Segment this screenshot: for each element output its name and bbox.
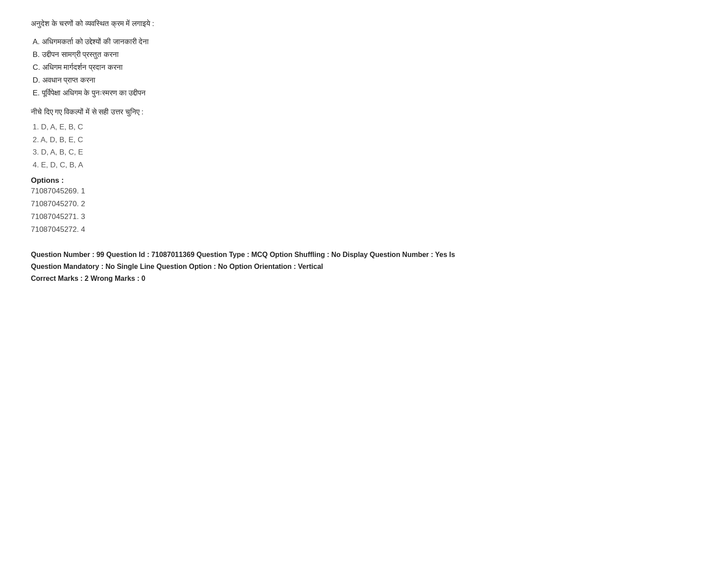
answer-option: 4. E, D, C, B, A [33, 159, 697, 172]
options-label: Options : [31, 176, 697, 185]
question-item: A. अधिगमकर्ता को उद्देश्यों की जानकारी द… [33, 36, 697, 49]
answer-option: 1. D, A, E, B, C [33, 121, 697, 134]
question-item: C. अधिगम मार्गदर्शन प्रदान करना [33, 61, 697, 74]
answer-option: 3. D, A, B, C, E [33, 146, 697, 159]
option-code: 71087045271. 3 [31, 211, 697, 223]
options-section: Options : 71087045269. 171087045270. 271… [31, 176, 697, 236]
answer-options-list: 1. D, A, E, B, C2. A, D, B, E, C3. D, A,… [33, 121, 697, 172]
option-code: 71087045270. 2 [31, 198, 697, 211]
question-item: B. उद्दीपन सामग्री प्रस्तुत करना [33, 49, 697, 61]
option-codes-list: 71087045269. 171087045270. 271087045271.… [31, 185, 697, 236]
sub-instruction: नीचे दिए गए विकल्पों में से सही उत्तर चु… [31, 108, 697, 117]
meta-line2: Question Mandatory : No Single Line Ques… [31, 261, 697, 272]
question-items: A. अधिगमकर्ता को उद्देश्यों की जानकारी द… [31, 36, 697, 99]
meta-section: Question Number : 99 Question Id : 71087… [31, 249, 697, 285]
question-container: अनुदेश के चरणों को व्यवस्थित क्रम में लग… [31, 18, 697, 284]
meta-line3: Correct Marks : 2 Wrong Marks : 0 [31, 272, 697, 284]
option-code: 71087045269. 1 [31, 185, 697, 198]
answer-option: 2. A, D, B, E, C [33, 134, 697, 147]
instruction-text: अनुदेश के चरणों को व्यवस्थित क्रम में लग… [31, 18, 697, 30]
meta-line1: Question Number : 99 Question Id : 71087… [31, 249, 697, 261]
option-code: 71087045272. 4 [31, 223, 697, 236]
question-item: E. पूर्विपेक्षा अधिगम के पुनःस्मरण का उद… [33, 87, 697, 100]
question-item: D. अवधान प्राप्त करना [33, 74, 697, 87]
